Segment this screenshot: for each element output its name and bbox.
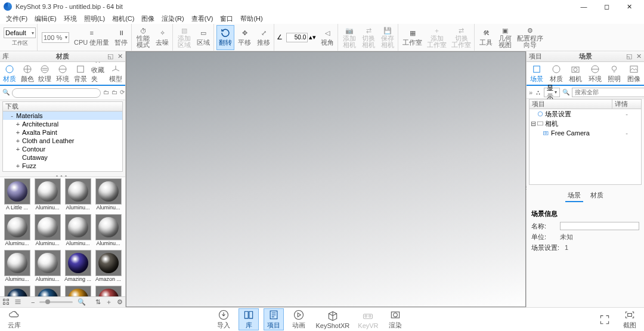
refresh-icon[interactable]: ⟳ xyxy=(120,89,125,97)
material-thumb[interactable]: Aluminu... xyxy=(33,214,62,249)
material-thumb[interactable]: Aluminu... xyxy=(94,178,123,213)
screenshot-button[interactable]: 截图 xyxy=(620,309,639,330)
tree-item[interactable]: +Fuzz xyxy=(3,162,122,170)
tree-item[interactable]: +Axalta Paint xyxy=(3,128,122,137)
denoise-button[interactable]: ✧ 去噪 xyxy=(153,25,171,50)
tab-colors[interactable]: 颜色 xyxy=(20,63,35,85)
folder-icon[interactable]: 🗀 xyxy=(103,89,109,97)
keyvr-button[interactable]: KeyVR xyxy=(357,310,379,329)
proj-tab-scene[interactable]: 场景 xyxy=(529,63,545,85)
tab-materials[interactable]: 材质 xyxy=(2,63,17,85)
pan-button[interactable]: ✥ 平移 xyxy=(236,25,253,50)
add-material-icon[interactable]: ＋ xyxy=(106,298,112,307)
tree-item[interactable]: -Materials xyxy=(3,112,122,120)
panel-undock-icon[interactable]: ◱ xyxy=(106,52,114,61)
material-thumb[interactable]: Aluminu... xyxy=(2,250,32,284)
scene-settings-node[interactable]: 场景设置 xyxy=(537,110,571,119)
material-thumb[interactable]: Aluminu... xyxy=(33,250,62,284)
save-camera-button[interactable]: 💾 保存 相机 xyxy=(379,25,397,50)
project-button[interactable]: 项目 xyxy=(264,309,283,330)
menu-render[interactable]: 渲染(R) xyxy=(158,14,187,24)
zoom-in-icon[interactable]: 🔍 xyxy=(78,298,86,306)
tree-item[interactable]: +Contour xyxy=(3,145,122,153)
menu-file[interactable]: 文件(F) xyxy=(2,14,31,24)
proj-tab-camera[interactable]: 相机 xyxy=(568,63,584,85)
render-viewport[interactable]: ⋮ ⋮ xyxy=(126,51,526,307)
library-tree[interactable]: 下载 -Materials+Architectural+Axalta Paint… xyxy=(2,101,123,172)
add-studio-button[interactable]: ＋ 添加 工作室 xyxy=(425,25,448,50)
add-region-button[interactable]: ▧ 添加 区域 xyxy=(175,25,193,50)
material-thumb[interactable]: Anodize... xyxy=(63,286,92,296)
material-thumb[interactable]: Amazon ... xyxy=(94,250,123,284)
settings-icon[interactable]: ⚙ xyxy=(117,298,123,306)
panel-close-icon[interactable]: ✕ xyxy=(634,52,643,61)
thumb-size-slider[interactable] xyxy=(39,301,73,303)
free-camera-node[interactable]: Free Camera xyxy=(543,129,590,137)
tree-item[interactable]: +Gem Stones xyxy=(3,170,122,172)
panel-undock-icon[interactable]: ◱ xyxy=(625,52,633,61)
material-thumb[interactable]: Anodiz... xyxy=(33,286,62,296)
tree-item[interactable]: +Cloth and Leather xyxy=(3,137,122,145)
import-button[interactable]: 导入 xyxy=(214,309,233,330)
menu-image[interactable]: 图像 xyxy=(138,14,158,24)
proj-tab-material[interactable]: 材质 xyxy=(549,63,565,85)
add-camera-button[interactable]: 📷 添加 相机 xyxy=(340,25,358,50)
tree-item[interactable]: +Architectural xyxy=(3,120,122,128)
tab-environment[interactable]: 环境 xyxy=(55,63,70,85)
camera-group-node[interactable]: 相机 xyxy=(537,119,558,128)
proj-tab-light[interactable]: 照明 xyxy=(606,63,623,85)
performance-mode-button[interactable]: ⏱ 性能 模式 xyxy=(134,25,152,50)
material-thumb[interactable]: Aluminu... xyxy=(94,214,123,249)
fov-button[interactable]: ◁ 视角 xyxy=(318,25,336,50)
material-thumb[interactable]: Anodize... xyxy=(94,286,123,296)
switch-studio-button[interactable]: ⇄ 切换 工作室 xyxy=(450,25,473,50)
fov-input[interactable] xyxy=(286,33,308,42)
material-thumb[interactable]: Amazing ... xyxy=(63,250,92,284)
studio-button[interactable]: ▦ 工作室 xyxy=(401,25,424,50)
left-splitter-handle[interactable]: ⋮ xyxy=(124,180,128,196)
right-splitter-handle[interactable]: ⋮ xyxy=(524,180,528,196)
stepper-icon[interactable]: ▴▾ xyxy=(309,33,317,42)
material-thumb[interactable]: Aluminu... xyxy=(2,214,32,249)
project-search-input[interactable] xyxy=(572,88,644,97)
library-search-input[interactable] xyxy=(12,88,101,98)
workspace-select[interactable]: Default xyxy=(4,27,36,38)
proj-tab-image[interactable]: 图像 xyxy=(626,63,642,85)
menu-help[interactable]: 帮助(H) xyxy=(237,14,266,24)
collapse-all-icon[interactable]: » xyxy=(529,89,532,96)
pause-button[interactable]: ⏸ 暂停 xyxy=(112,25,130,50)
zoom-select[interactable]: 100 % xyxy=(40,25,71,50)
tab-textures[interactable]: 纹理 xyxy=(38,63,52,85)
zoom-out-icon[interactable]: − xyxy=(31,299,35,306)
tree-item[interactable]: Cutaway xyxy=(3,153,122,162)
maximize-button[interactable]: ◻ xyxy=(595,0,618,13)
configurator-button[interactable]: ⚙ 配置程序 向导 xyxy=(515,25,545,50)
material-thumb[interactable]: Anodiz... xyxy=(2,286,32,296)
folder-link-icon[interactable]: 🗀 xyxy=(112,89,117,97)
material-thumb[interactable]: A Little ... xyxy=(2,178,32,213)
tab-background[interactable]: 背景 xyxy=(73,63,88,85)
view-grid-icon[interactable] xyxy=(2,298,10,307)
show-dropdown[interactable]: 显示 xyxy=(544,88,560,97)
menu-environment[interactable]: 环境 xyxy=(60,14,80,24)
library-button[interactable]: 库 xyxy=(239,309,258,330)
dolly-button[interactable]: ⤢ 推移 xyxy=(255,25,273,50)
menu-camera[interactable]: 相机(C) xyxy=(109,14,138,24)
scene-tree[interactable]: 项目 详情 场景设置 - ⊟相机 Free Camera - xyxy=(529,99,642,185)
menu-edit[interactable]: 编辑(E) xyxy=(31,14,60,24)
menu-window[interactable]: 窗口 xyxy=(216,14,237,24)
view-list-icon[interactable] xyxy=(14,298,21,307)
subtab-material[interactable]: 材质 xyxy=(588,190,606,202)
geometry-view-button[interactable]: ▣ 几何 视图 xyxy=(496,25,514,50)
material-thumb[interactable]: Aluminu... xyxy=(63,178,92,213)
region-area-button[interactable]: ▭ 区域 xyxy=(194,25,212,50)
close-button[interactable]: ✕ xyxy=(618,0,640,13)
material-thumb[interactable]: Aluminu... xyxy=(63,214,92,249)
material-thumb[interactable]: Aluminu... xyxy=(33,178,62,213)
menu-view[interactable]: 查看(V) xyxy=(188,14,217,24)
tools-button[interactable]: 🛠 工具 xyxy=(477,25,495,50)
proj-tab-env[interactable]: 环境 xyxy=(587,63,603,85)
render-button[interactable]: 渲染 xyxy=(386,309,405,330)
fullscreen-button[interactable] xyxy=(595,314,614,326)
animation-button[interactable]: 动画 xyxy=(289,309,308,330)
